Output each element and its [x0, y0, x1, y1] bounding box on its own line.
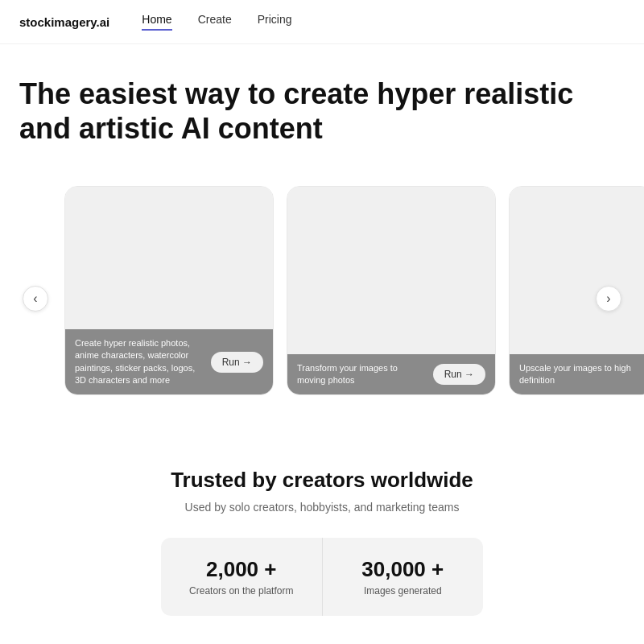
card-3-description: Upscale your images to high definition — [519, 362, 643, 387]
carousel-card-2: Transform your images to moving photos R… — [287, 186, 496, 395]
carousel-card-3: Upscale your images to high definition — [509, 186, 644, 395]
card-2-footer: Transform your images to moving photos R… — [287, 354, 495, 395]
hero-title: The easiest way to create hyper realisti… — [19, 76, 625, 146]
card-1-description: Create hyper realistic photos, anime cha… — [75, 337, 204, 387]
trusted-subtitle: Used by solo creators, hobbyists, and ma… — [19, 501, 625, 514]
card-2-description: Transform your images to moving photos — [297, 362, 427, 387]
carousel-section: ‹ Create hyper realistic photos, anime c… — [0, 162, 644, 436]
stat-images-label: Images generated — [339, 585, 468, 597]
logo[interactable]: stockimagery.ai — [19, 15, 109, 29]
navbar: stockimagery.ai Home Create Pricing — [0, 0, 644, 44]
carousel-prev-button[interactable]: ‹ — [23, 286, 48, 312]
stats-row: 2,000 + Creators on the platform 30,000 … — [161, 538, 483, 616]
carousel-card-1: Create hyper realistic photos, anime cha… — [64, 186, 274, 395]
stat-creators-number: 2,000 + — [177, 557, 306, 582]
nav-home[interactable]: Home — [142, 13, 171, 31]
carousel-track: Create hyper realistic photos, anime cha… — [0, 178, 644, 403]
trusted-title: Trusted by creators worldwide — [19, 468, 625, 493]
nav-pricing[interactable]: Pricing — [258, 13, 292, 31]
hero-section: The easiest way to create hyper realisti… — [0, 44, 644, 162]
card-1-run-button[interactable]: Run → — [211, 352, 263, 373]
card-3-footer: Upscale your images to high definition — [510, 354, 644, 395]
card-1-footer: Create hyper realistic photos, anime cha… — [65, 329, 273, 395]
stat-images-number: 30,000 + — [339, 557, 468, 582]
trusted-section: Trusted by creators worldwide Used by so… — [0, 436, 644, 632]
nav-create[interactable]: Create — [198, 13, 232, 31]
stat-images: 30,000 + Images generated — [323, 538, 484, 616]
stat-creators: 2,000 + Creators on the platform — [161, 538, 323, 616]
stat-creators-label: Creators on the platform — [177, 585, 306, 597]
card-2-run-button[interactable]: Run → — [433, 364, 485, 385]
nav-links: Home Create Pricing — [142, 13, 291, 31]
carousel-next-button[interactable]: › — [596, 286, 621, 312]
